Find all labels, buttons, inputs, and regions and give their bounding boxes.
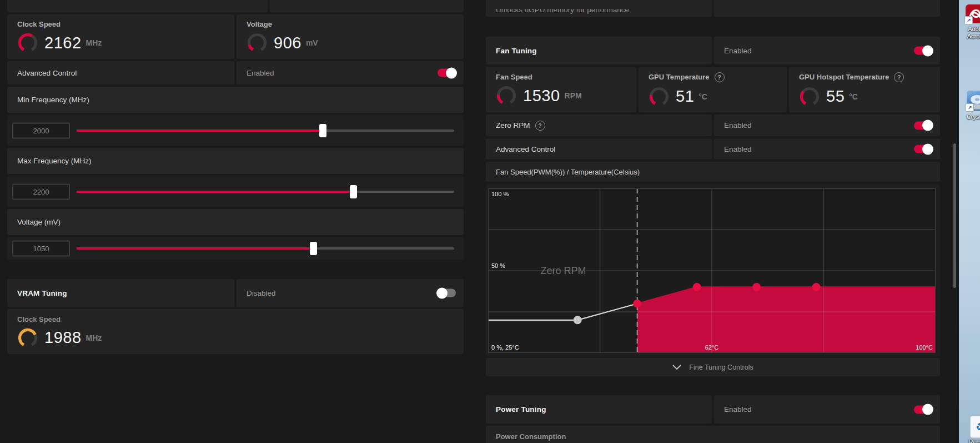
- adobe-acrobat-icon: ↗: [966, 4, 980, 23]
- gpu-advanced-control-state: Enabled: [247, 69, 274, 77]
- zero-rpm-label: Zero RPM: [496, 121, 530, 130]
- fan-speed-label: Fan Speed: [496, 73, 636, 81]
- min-frequency-label: Min Frequency (MHz): [17, 96, 89, 104]
- vram-tuning-title: VRAM Tuning: [17, 289, 67, 297]
- gpu-clock-speed-gauge-cell: Clock Speed 2162 MHz: [7, 14, 234, 59]
- gpu-temperature-unit: °C: [698, 92, 707, 101]
- fan-curve-point-red[interactable]: [812, 283, 821, 291]
- min-frequency-slider-handle[interactable]: [319, 124, 326, 137]
- vram-clock-gauge-icon: [17, 327, 38, 349]
- gpu-tuning-clipped-cell-left: [7, 0, 268, 12]
- gpu-voltage-unit: mV: [306, 38, 318, 47]
- fan-curve-point-gray[interactable]: [574, 316, 582, 324]
- max-frequency-value-input[interactable]: 2200: [12, 183, 70, 200]
- recycle-bin-icon: ♻: [970, 416, 980, 438]
- fine-tuning-controls-expander[interactable]: Fine Tuning Controls: [486, 358, 940, 376]
- power-tuning-title-cell: Power Tuning: [486, 395, 712, 424]
- fan-speed-unit: RPM: [565, 91, 582, 100]
- adobe-acrobat-shortcut[interactable]: ↗ Adob Acrob: [966, 4, 980, 23]
- fine-tuning-controls-label: Fine Tuning Controls: [689, 364, 753, 371]
- fan-advanced-control-label-cell: Advanced Control: [486, 138, 712, 160]
- gpu-voltage-gauge-cell: Voltage 906 mV: [237, 14, 464, 59]
- voltage-value-input[interactable]: 1050: [12, 241, 70, 257]
- gpu-hotspot-value: 55: [826, 87, 845, 106]
- vram-tuning-toggle[interactable]: [438, 289, 456, 297]
- vram-tuning-title-cell: VRAM Tuning: [7, 279, 234, 307]
- voltage-slider[interactable]: [77, 247, 454, 250]
- min-frequency-label-row: Min Frequency (MHz): [7, 87, 464, 113]
- fan-speed-value: 1530: [523, 87, 560, 105]
- fan-advanced-control-toggle[interactable]: [914, 145, 932, 153]
- max-frequency-slider[interactable]: [77, 191, 454, 193]
- zero-rpm-help-icon[interactable]: ?: [535, 121, 545, 131]
- fan-curve-chart[interactable]: 100 %50 %0 %, 25°C62°C100°CZero RPM: [488, 188, 936, 353]
- fan-curve-point-red[interactable]: [693, 283, 701, 291]
- radeon-tuning-window: Clock Speed 2162 MHz Voltage 906 mV Adva…: [0, 0, 980, 443]
- x-axis-tick-label: 100°C: [916, 344, 933, 351]
- gpu-hotspot-help-icon[interactable]: ?: [894, 72, 904, 82]
- vram-clock-speed-value: 1988: [44, 328, 82, 347]
- power-consumption-label: Power Consumption: [496, 432, 566, 441]
- crystaldisk-shortcut[interactable]: ↗ Crystal: [967, 91, 980, 111]
- zero-rpm-state: Enabled: [724, 121, 752, 130]
- power-tuning-title: Power Tuning: [496, 405, 546, 414]
- max-frequency-slider-handle[interactable]: [350, 185, 357, 198]
- voltage-slider-row: 1050: [7, 237, 464, 260]
- gpu-advanced-control-state-cell: Enabled: [237, 61, 464, 84]
- sam-clipped-cell-left: Unlocks dGPU memory for performance: [486, 0, 712, 17]
- adobe-label-line1: Adob: [950, 26, 980, 33]
- fan-chart-title: Fan Speed(PWM(%)) / Temperature(Celsius): [496, 168, 640, 176]
- crystaldisk-label: Crystal: [951, 113, 980, 121]
- max-frequency-slider-row: 2200: [7, 176, 464, 207]
- gpu-temperature-gauge-icon: [649, 86, 670, 107]
- gpu-voltage-label: Voltage: [247, 20, 464, 28]
- fan-curve-point-red[interactable]: [752, 283, 761, 291]
- gpu-advanced-control-toggle[interactable]: [438, 69, 456, 77]
- fan-tuning-state-cell: Enabled: [714, 37, 940, 64]
- power-tuning-state-cell: Enabled: [714, 395, 940, 424]
- sam-description-clipped: Unlocks dGPU memory for performance: [496, 6, 629, 14]
- min-frequency-slider[interactable]: [77, 130, 454, 132]
- fan-curve-point-red[interactable]: [633, 300, 641, 308]
- fan-speed-gauge-icon: [496, 85, 517, 106]
- min-frequency-value-input[interactable]: 2000: [12, 122, 70, 138]
- crystaldisk-icon: ↗: [967, 91, 980, 111]
- voltage-gauge-icon: [247, 32, 268, 53]
- vram-tuning-state: Disabled: [247, 289, 276, 297]
- gpu-clock-speed-value: 2162: [44, 34, 82, 52]
- sam-clipped-cell-right: [714, 0, 940, 17]
- y-axis-tick-label: 50 %: [491, 262, 505, 269]
- power-tuning-toggle[interactable]: [914, 405, 932, 414]
- gpu-clock-speed-unit: MHz: [86, 38, 102, 47]
- gpu-advanced-control-label: Advanced Control: [17, 69, 77, 77]
- gpu-tuning-clipped-cell-right: [270, 0, 464, 12]
- zero-rpm-label-cell: Zero RPM ?: [486, 115, 712, 136]
- x-axis-tick-label: 62°C: [705, 344, 719, 351]
- fan-tuning-title: Fan Tuning: [496, 47, 537, 55]
- voltage-label-row: Voltage (mV): [7, 209, 464, 235]
- vram-clock-speed-label: Clock Speed: [17, 315, 464, 323]
- clock-speed-gauge-icon: [17, 32, 38, 53]
- power-tuning-state: Enabled: [724, 405, 752, 414]
- fan-advanced-control-state-cell: Enabled: [714, 138, 940, 160]
- gpu-temperature-gauge-cell: GPU Temperature ? 51 °C: [639, 67, 787, 112]
- desktop-wallpaper: ↗ Adob Acrob ↗ Crystal ♻: [959, 0, 980, 443]
- fan-advanced-control-state: Enabled: [724, 145, 752, 153]
- voltage-slider-label: Voltage (mV): [17, 218, 61, 226]
- voltage-slider-handle[interactable]: [310, 242, 317, 255]
- fan-advanced-control-label: Advanced Control: [496, 145, 555, 153]
- recycle-bin-label: Recycle: [954, 439, 980, 443]
- vertical-scrollbar-thumb[interactable]: [953, 143, 956, 288]
- gpu-voltage-value: 906: [274, 34, 301, 52]
- shortcut-arrow-icon: ↗: [964, 16, 973, 24]
- gpu-hotspot-unit: °C: [849, 92, 858, 101]
- fan-tuning-title-cell: Fan Tuning: [486, 37, 712, 64]
- fan-tuning-toggle[interactable]: [914, 47, 932, 55]
- shortcut-arrow-icon: ↗: [966, 103, 974, 112]
- fan-curve-chart-cell: 100 %50 %0 %, 25°C62°C100°CZero RPM: [486, 184, 940, 356]
- recycle-bin-shortcut[interactable]: ♻ Recycle: [970, 416, 980, 438]
- gpu-temperature-help-icon[interactable]: ?: [715, 72, 725, 82]
- zero-rpm-toggle[interactable]: [914, 121, 932, 130]
- gpu-clock-speed-label: Clock Speed: [17, 20, 234, 28]
- gpu-hotspot-label: GPU Hotspot Temperature: [799, 73, 889, 81]
